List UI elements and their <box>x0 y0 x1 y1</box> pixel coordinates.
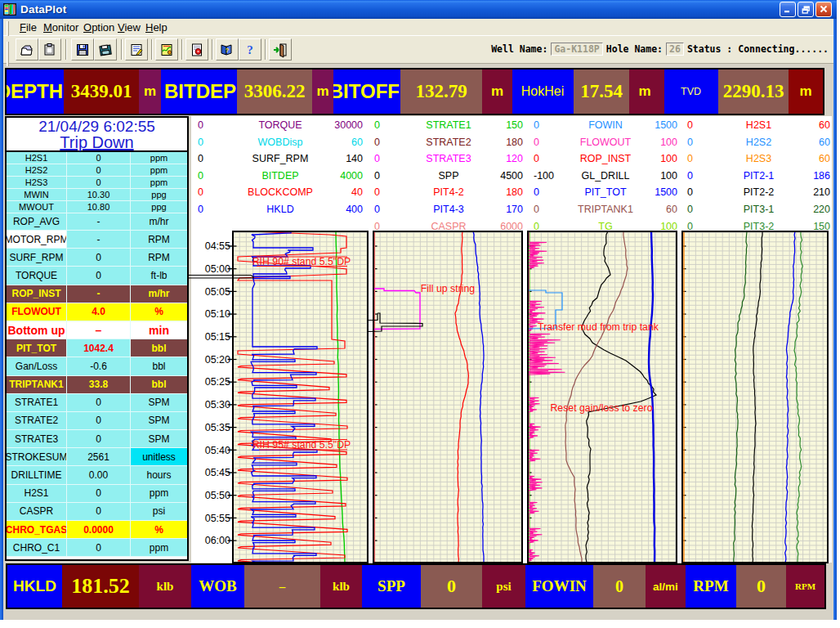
hokhei-value: 17.54 <box>574 70 629 114</box>
bitdep-unit: m <box>312 70 333 114</box>
parameter-name: CHRO_C1 <box>7 539 67 556</box>
restore-button[interactable] <box>798 2 814 17</box>
hole-name-field[interactable]: 26 <box>666 43 684 56</box>
parameter-unit: ppg <box>131 201 187 213</box>
parameter-row[interactable]: H2S3 0 ppm <box>7 177 187 189</box>
parameter-row[interactable]: ROP_INST - m/hr <box>7 285 187 303</box>
toolbar-gripper[interactable] <box>7 42 12 54</box>
time-label: 05:30 <box>205 399 230 410</box>
chart-config-button[interactable] <box>155 38 178 61</box>
toolbar-separator <box>212 39 213 60</box>
well-name-field[interactable]: Ga-K118P <box>551 43 602 56</box>
parameter-row[interactable]: STRATE3 0 SPM <box>7 430 187 448</box>
new-monitor-button[interactable] <box>38 38 61 61</box>
time-label: 05:00 <box>205 263 230 275</box>
about-button[interactable]: ? <box>239 38 261 61</box>
chart-track-2: Fill up string <box>373 231 522 563</box>
menu-bar: File Monitor Option View Help <box>3 19 833 36</box>
save-as-button[interactable] <box>94 38 117 61</box>
close-button[interactable] <box>815 2 832 17</box>
parameter-row[interactable]: Bottom up – min <box>7 321 187 339</box>
parameter-name: H2S3 <box>7 177 67 188</box>
title-bar[interactable]: DataPlot <box>0 0 837 19</box>
depth-unit: m <box>139 70 161 114</box>
time-label: 05:50 <box>205 490 230 501</box>
parameter-value: 0 <box>67 267 131 284</box>
alarm-settings-button[interactable] <box>185 38 208 61</box>
exit-button[interactable] <box>269 38 292 61</box>
svg-text:?: ? <box>247 43 253 56</box>
parameter-row[interactable]: STRATE1 0 SPM <box>7 394 187 412</box>
toolbar-separator <box>121 39 123 60</box>
hkld-value: 181.52 <box>62 565 139 608</box>
parameter-row[interactable]: MWIN 10.30 ppg <box>7 189 187 201</box>
minimize-button[interactable] <box>780 2 796 17</box>
parameter-row[interactable]: CHRO_TGAS 0.0000 % <box>7 521 187 539</box>
help-contents-button[interactable]: ? <box>216 38 239 61</box>
app-window: DataPlot File Monitor Option View Help <box>0 0 837 620</box>
fowin-label: FOWIN <box>525 565 593 608</box>
memo-button[interactable] <box>125 38 148 61</box>
parameter-row[interactable]: DRILLTIME 0.00 hours <box>7 466 187 484</box>
menu-option[interactable]: Option <box>83 21 114 34</box>
parameter-unit: ppm <box>131 164 187 176</box>
chart-annotation: RIH 95# stand 5.5"DP <box>252 439 351 451</box>
parameter-row[interactable]: FLOWOUT 4.0 % <box>7 303 187 321</box>
parameter-name: TRIPTANK1 <box>7 376 67 393</box>
spp-value: 0 <box>421 565 482 608</box>
chart-track-4 <box>682 231 828 563</box>
parameter-unit: m/hr <box>131 285 187 303</box>
parameter-value: 10.30 <box>67 189 131 200</box>
parameter-row[interactable]: H2S1 0 ppm <box>7 152 187 164</box>
parameter-row[interactable]: SURF_RPM 0 RPM <box>7 249 187 267</box>
app-icon <box>3 3 16 16</box>
wob-label: WOB <box>191 565 244 608</box>
parameter-value: – <box>67 321 131 339</box>
parameter-row[interactable]: H2S2 0 ppm <box>7 164 187 177</box>
parameter-row[interactable]: MWOUT 10.80 ppg <box>7 201 187 213</box>
toolbar: ? ? Well Name: Ga-K118P Hole Name: 26 St… <box>3 36 833 64</box>
chart-annotation: Transfer mud from trip tank <box>538 321 659 333</box>
tvd-value: 2290.13 <box>718 70 789 114</box>
parameter-row[interactable]: CASPR 0 psi <box>7 503 187 521</box>
parameter-row[interactable]: CHRO_C1 0 ppm <box>7 539 187 557</box>
time-label: 05:35 <box>205 422 230 433</box>
parameter-unit: hours <box>131 466 187 483</box>
rpm-value: 0 <box>736 565 786 608</box>
parameter-value: 33.8 <box>67 376 131 393</box>
menu-gripper[interactable] <box>7 21 12 34</box>
parameter-value: 0 <box>67 152 131 164</box>
save-floppy-icon <box>74 42 91 58</box>
parameter-unit: ppm <box>131 177 187 188</box>
parameter-row[interactable]: TRIPTANK1 33.8 bbl <box>7 376 187 394</box>
menu-file[interactable]: File <box>20 21 37 34</box>
parameter-row[interactable]: STRATE2 0 SPM <box>7 412 187 430</box>
parameter-value: 0 <box>67 503 131 520</box>
parameter-unit: SPM <box>131 412 187 429</box>
time-label: 05:40 <box>205 445 230 456</box>
parameter-unit: SPM <box>131 430 187 447</box>
bitoff-unit: m <box>482 70 512 114</box>
parameter-row[interactable]: Gan/Loss -0.6 bbl <box>7 357 187 375</box>
hokhei-label: HokHei <box>512 70 574 114</box>
parameter-row[interactable]: PIT_TOT 1042.4 bbl <box>7 339 187 357</box>
exit-door-icon <box>272 42 288 58</box>
parameter-name: H2S1 <box>7 485 67 502</box>
menu-monitor[interactable]: Monitor <box>43 21 78 34</box>
save-button[interactable] <box>71 38 94 61</box>
bottom-value-band: HKLD 181.52 klb WOB – klb SPP 0 psi FOWI… <box>6 563 826 609</box>
menu-help[interactable]: Help <box>145 21 168 34</box>
parameter-unit: psi <box>131 503 187 520</box>
parameter-name: PIT_TOT <box>7 339 67 357</box>
hole-name-label: Hole Name: <box>606 43 663 55</box>
parameter-row[interactable]: MOTOR_RPM - RPM <box>7 231 187 249</box>
chart-annotation: Fill up string <box>421 283 475 294</box>
time-label: 06:00 <box>205 535 230 546</box>
parameter-row[interactable]: H2S1 0 ppm <box>7 485 187 503</box>
parameter-row[interactable]: ROP_AVG - m/hr <box>7 213 187 231</box>
parameter-name: MWOUT <box>7 201 67 213</box>
menu-view[interactable]: View <box>118 21 141 34</box>
open-button[interactable] <box>16 38 38 61</box>
parameter-row[interactable]: TORQUE 0 ft-lb <box>7 267 187 285</box>
parameter-row[interactable]: STROKESUM 2561 unitless <box>7 448 187 466</box>
